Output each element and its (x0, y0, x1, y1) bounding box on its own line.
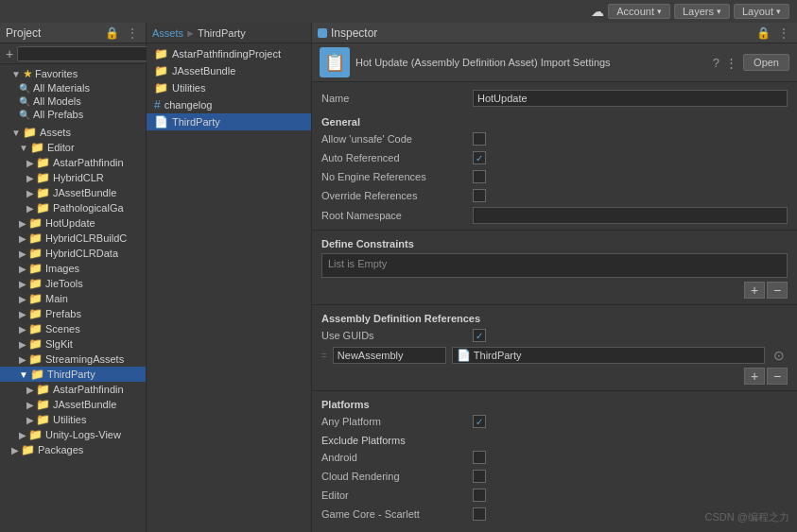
folder-icon6: 📁 (36, 201, 50, 215)
project-panel: Project 🔒 ⋮ + ⊞ ★ 9 ▼ ★ Favorites 🔍 All … (0, 23, 147, 532)
all-materials-item[interactable]: 🔍 All Materials (0, 81, 146, 94)
util2-arrow-icon: ▶ (26, 415, 34, 425)
astar-folder[interactable]: ▶ 📁 AstarPathfindin (0, 155, 146, 170)
folder-icon20: 📁 (36, 413, 50, 426)
slgkit-folder[interactable]: ▶ 📁 SlgKit (0, 336, 146, 352)
jasset2-folder[interactable]: ▶ 📁 JAssetBundle (0, 397, 146, 412)
images-arrow-icon: ▶ (19, 264, 26, 274)
ref-pick-button[interactable]: ⊙ (771, 347, 788, 364)
auto-referenced-checkbox[interactable] (473, 151, 486, 164)
android-checkbox[interactable] (473, 451, 486, 464)
hybridclr-folder[interactable]: ▶ 📁 HybridCLR (0, 170, 146, 185)
pathological-folder[interactable]: ▶ 📁 PathologicalGa (0, 200, 146, 215)
hybridclrbuildc-folder[interactable]: ▶ 📁 HybridCLRBuildC (0, 231, 146, 246)
any-platform-label: Any Platform (321, 416, 473, 427)
more-icon[interactable]: ⋮ (125, 26, 140, 41)
define-constraints-list: List is Empty (321, 253, 788, 278)
scenes-arrow-icon: ▶ (19, 324, 26, 335)
game-core-checkbox[interactable] (473, 507, 486, 521)
utilities2-folder[interactable]: ▶ 📁 Utilities (0, 412, 146, 427)
asset-title-bar: 📋 Hot Update (Assembly Definition Asset)… (312, 43, 797, 82)
scenes-folder[interactable]: ▶ 📁 Scenes (0, 321, 146, 336)
file-item-thirdparty[interactable]: 📄 ThirdParty (147, 113, 311, 130)
slgkit-arrow-icon: ▶ (19, 339, 26, 350)
layers-label: Layers (683, 6, 714, 17)
hotupdate-folder[interactable]: ▶ 📁 HotUpdate (0, 215, 146, 231)
assets-arrow-icon: ▼ (11, 128, 21, 138)
assets-folder[interactable]: ▼ 📁 Assets (0, 125, 146, 140)
ref-asset-name: ThirdParty (474, 350, 522, 361)
search-input[interactable] (17, 46, 157, 61)
search-sm-icon3: 🔍 (19, 110, 30, 120)
root-namespace-input[interactable] (473, 207, 788, 224)
open-button[interactable]: Open (743, 54, 789, 71)
hybridclr-arrow-icon: ▶ (26, 173, 34, 183)
jassetbundle-editor-folder[interactable]: ▶ 📁 JAssetBundle (0, 185, 146, 200)
cloud-rendering-checkbox[interactable] (473, 470, 486, 483)
no-engine-refs-label: No Engine References (321, 171, 473, 182)
path-arrow-icon: ▶ (26, 203, 34, 214)
jasset2-arrow-icon: ▶ (26, 400, 34, 410)
editor-platform-checkbox[interactable] (473, 489, 486, 502)
lock-icon[interactable]: 🔒 (103, 26, 121, 41)
layout-label: Layout (742, 6, 773, 17)
account-button[interactable]: Account ▾ (608, 4, 670, 19)
file-item-changelog[interactable]: # changelog (147, 96, 311, 113)
editor-folder[interactable]: ▼ 📁 Editor (0, 140, 146, 155)
favorites-folder[interactable]: ▼ ★ Favorites (0, 66, 146, 81)
main-folder[interactable]: ▶ 📁 Main (0, 291, 146, 306)
folder-icon7: 📁 (28, 216, 43, 230)
layers-button[interactable]: Layers ▾ (674, 4, 730, 19)
ref-asset-field[interactable]: 📄 ThirdParty (452, 347, 765, 364)
file-item-jasset[interactable]: 📁 JAssetBundle (147, 62, 311, 79)
astar2-folder[interactable]: ▶ 📁 AstarPathfindin (0, 382, 146, 397)
packages-folder[interactable]: ▶ 📁 Packages (0, 442, 146, 457)
file-item-utilities[interactable]: 📁 Utilities (147, 79, 311, 96)
use-guids-row: Use GUIDs (312, 326, 797, 345)
jietools-folder[interactable]: ▶ 📁 JieTools (0, 276, 146, 291)
watermark: CSDN @编程之力 (705, 510, 789, 524)
prefabs-arrow-icon: ▶ (19, 309, 26, 319)
file-list: 📁 AstarPathfindingProject 📁 JAssetBundle… (147, 43, 311, 532)
auto-referenced-row: Auto Referenced (312, 148, 797, 167)
unsafe-code-checkbox[interactable] (473, 132, 486, 146)
folder-icon18: 📁 (36, 383, 50, 396)
all-prefabs-item[interactable]: 🔍 All Prefabs (0, 108, 146, 121)
asset-more-icon[interactable]: ⋮ (725, 56, 737, 70)
search-sm-icon2: 🔍 (19, 96, 30, 107)
override-refs-checkbox[interactable] (473, 189, 486, 202)
ulogs-arrow-icon: ▶ (19, 430, 26, 440)
any-platform-row: Any Platform (312, 412, 797, 431)
images-folder[interactable]: ▶ 📁 Images (0, 261, 146, 276)
help-icon[interactable]: ? (713, 56, 719, 70)
prefabs-folder[interactable]: ▶ 📁 Prefabs (0, 306, 146, 321)
project-panel-header: Project 🔒 ⋮ (0, 23, 146, 43)
file-item-astar[interactable]: 📁 AstarPathfindingProject (147, 45, 311, 62)
all-models-item[interactable]: 🔍 All Models (0, 94, 146, 108)
add-constraint-button[interactable]: + (744, 282, 765, 299)
editor-arrow-icon: ▼ (19, 143, 28, 153)
hybridclrdata-folder[interactable]: ▶ 📁 HybridCLRData (0, 246, 146, 261)
unsafe-code-label: Allow 'unsafe' Code (321, 133, 473, 145)
streaming-folder[interactable]: ▶ 📁 StreamingAssets (0, 352, 146, 367)
breadcrumb-assets[interactable]: Assets (152, 27, 183, 39)
search-sm-icon: 🔍 (19, 83, 30, 94)
inspector-lock-icon[interactable]: 🔒 (754, 26, 772, 41)
unsafe-code-row: Allow 'unsafe' Code (312, 129, 797, 148)
use-guids-checkbox[interactable] (473, 329, 486, 342)
no-engine-refs-checkbox[interactable] (473, 170, 486, 183)
unity-logs-folder[interactable]: ▶ 📁 Unity-Logs-View (0, 427, 146, 442)
file-browser-panel: Assets ► ThirdParty 📁 AstarPathfindingPr… (147, 23, 312, 532)
name-input[interactable] (473, 90, 788, 107)
layout-button[interactable]: Layout ▾ (734, 4, 789, 19)
exclude-platforms-header: Exclude Platforms (312, 431, 797, 448)
thirdparty-folder[interactable]: ▼ 📁 ThirdParty (0, 367, 146, 382)
breadcrumb-separator: ► (185, 27, 196, 39)
remove-ref-button[interactable]: − (767, 368, 788, 385)
remove-constraint-button[interactable]: − (767, 282, 788, 299)
any-platform-checkbox[interactable] (473, 415, 486, 428)
add-ref-button[interactable]: + (744, 368, 765, 385)
add-button[interactable]: + (4, 47, 15, 60)
ref-name-input[interactable] (333, 347, 446, 364)
inspector-more-icon[interactable]: ⋮ (776, 26, 791, 41)
